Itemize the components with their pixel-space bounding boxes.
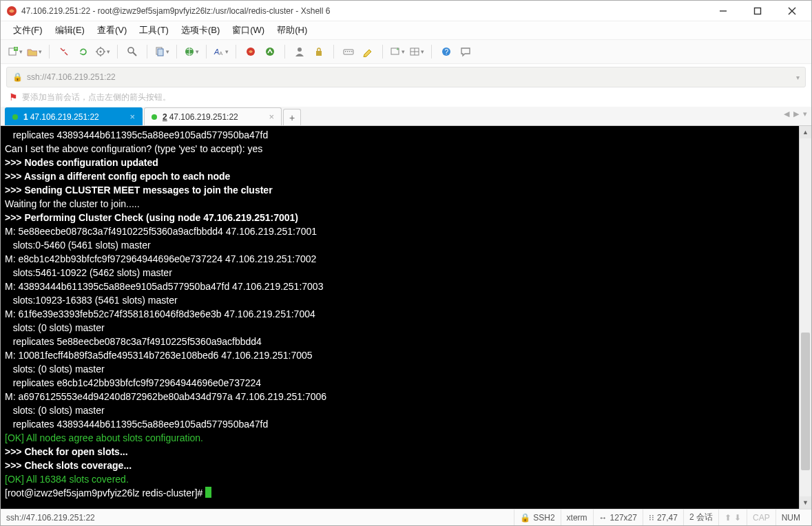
term-line: replicates e8cb1c42bb93bfcfc9f9729649446… <box>5 377 261 388</box>
status-cap-text: CAP <box>753 513 770 523</box>
copy-button[interactable] <box>154 44 169 59</box>
layout-button[interactable] <box>409 44 424 59</box>
tab-number: 1 <box>23 112 28 122</box>
term-line: replicates 43893444b611395c5a88ee9105ad5… <box>5 129 268 140</box>
menu-help[interactable]: 帮助(H) <box>277 24 307 36</box>
svg-point-9 <box>100 51 102 53</box>
open-session-button[interactable] <box>27 44 42 59</box>
keyboard-icon[interactable] <box>341 44 356 59</box>
tab-number: 2 <box>163 112 167 122</box>
new-tab-button[interactable]: + <box>283 109 301 125</box>
term-line: >>> Check slots coverage... <box>5 460 132 471</box>
close-button[interactable] <box>782 4 802 18</box>
term-line: >>> Performing Cluster Check (using node… <box>5 212 298 223</box>
layout-add-button[interactable]: + <box>390 44 405 59</box>
window-title: 47.106.219.251:22 - root@izwz9ef5sjam9pv… <box>21 6 714 16</box>
svg-text:A: A <box>219 50 223 56</box>
term-line: replicates 43893444b611395c5a88ee9105ad5… <box>5 419 268 430</box>
toolbar-separator-9 <box>382 45 383 59</box>
menu-view[interactable]: 查看(V) <box>97 24 127 36</box>
menu-window[interactable]: 窗口(W) <box>232 24 264 36</box>
status-pos: ⁝⁝27,47 <box>643 509 683 525</box>
status-num: NUM <box>775 509 806 525</box>
scroll-down-icon[interactable]: ▼ <box>800 496 811 509</box>
globe-button[interactable] <box>184 44 199 59</box>
address-dropdown-icon[interactable]: ▾ <box>796 74 800 81</box>
tab-strip: 1 47.106.219.251:22 × 2 47.106.219.251:2… <box>1 107 811 126</box>
term-line: replicates 5e88eecbe0878c3a7f4910225f536… <box>5 336 262 347</box>
tab-close-icon[interactable]: × <box>129 112 135 122</box>
hint-bar: ⚑ 要添加当前会话，点击左侧的箭头按钮。 <box>1 87 811 107</box>
menu-bar: 文件(F) 编辑(E) 查看(V) 工具(T) 选项卡(B) 窗口(W) 帮助(… <box>1 21 811 39</box>
address-bar[interactable]: 🔒 ssh://47.106.219.251:22 ▾ <box>6 67 806 87</box>
comment-icon[interactable] <box>458 44 473 59</box>
term-line: [OK] All 16384 slots covered. <box>5 474 129 485</box>
status-ssh: 🔒SSH2 <box>514 509 560 525</box>
svg-rect-29 <box>351 51 353 52</box>
term-line: M: a6976125553e4d94240d872962be80ab434d7… <box>5 391 326 402</box>
term-line: Can I set the above configuration? (type… <box>5 143 262 154</box>
status-address-text: ssh://47.106.219.251:22 <box>6 513 95 523</box>
lock-icon[interactable] <box>311 44 326 59</box>
tab-list-icon[interactable]: ▾ <box>803 109 807 118</box>
highlight-icon[interactable] <box>360 44 375 59</box>
svg-line-15 <box>133 52 136 56</box>
menu-tools[interactable]: 工具(T) <box>139 24 169 36</box>
svg-rect-17 <box>158 49 163 56</box>
term-line: >>> Check for open slots... <box>5 446 128 457</box>
tab-next-icon[interactable]: ▶ <box>793 109 799 118</box>
svg-rect-27 <box>347 51 348 52</box>
scroll-up-icon[interactable]: ▲ <box>800 126 811 138</box>
menu-edit[interactable]: 编辑(E) <box>55 24 85 36</box>
up-icon: ⬆ <box>725 513 731 523</box>
svg-point-23 <box>298 48 302 52</box>
xftp-button[interactable] <box>262 44 278 59</box>
toolbar-separator-8 <box>333 45 334 59</box>
term-line: slots:0-5460 (5461 slots) master <box>5 240 151 251</box>
terminal[interactable]: replicates 43893444b611395c5a88ee9105ad5… <box>1 126 799 509</box>
new-session-button[interactable]: + <box>8 44 23 59</box>
maximize-button[interactable] <box>748 4 767 18</box>
term-line: >>> Nodes configuration updated <box>5 157 158 168</box>
user-icon[interactable] <box>292 44 307 59</box>
terminal-wrap: replicates 43893444b611395c5a88ee9105ad5… <box>1 126 811 509</box>
term-line: slots:10923-16383 (5461 slots) master <box>5 295 178 306</box>
hint-flag-icon: ⚑ <box>9 92 18 103</box>
font-button[interactable]: AA <box>214 44 229 59</box>
menu-tabs[interactable]: 选项卡(B) <box>181 24 220 36</box>
tab-close-icon[interactable]: × <box>269 112 274 122</box>
svg-text:?: ? <box>445 48 449 56</box>
status-address: ssh://47.106.219.251:22 <box>6 509 101 525</box>
term-line: slots: (0 slots) master <box>5 405 105 416</box>
reconnect-button[interactable] <box>76 44 91 59</box>
cursor-icon <box>205 487 211 498</box>
svg-text:+: + <box>396 46 399 52</box>
term-line: M: 10081fecff4b89f3a5dfe495314b7263e108b… <box>5 350 313 361</box>
toolbar-separator-10 <box>431 45 432 59</box>
session-tab-1[interactable]: 1 47.106.219.251:22 × <box>5 107 143 125</box>
toolbar-separator-3 <box>147 45 147 59</box>
status-dot-icon <box>152 114 157 120</box>
tab-prev-icon[interactable]: ◀ <box>784 109 789 118</box>
term-line: >>> Sending CLUSTER MEET messages to joi… <box>5 185 273 196</box>
scrollbar[interactable]: ▲ ▼ <box>799 126 811 509</box>
session-tab-2[interactable]: 2 47.106.219.251:22 × <box>144 107 282 125</box>
term-line: Waiting for the cluster to join..... <box>5 198 140 209</box>
properties-button[interactable] <box>95 44 110 59</box>
scroll-thumb[interactable] <box>801 333 810 470</box>
xshell-button[interactable] <box>243 44 258 59</box>
hint-text: 要添加当前会话，点击左侧的箭头按钮。 <box>22 92 171 103</box>
search-button[interactable] <box>125 44 140 59</box>
disconnect-button[interactable] <box>56 44 72 59</box>
status-pos-text: 27,47 <box>657 513 678 523</box>
term-line: [OK] All nodes agree about slots configu… <box>5 432 203 443</box>
svg-rect-28 <box>349 51 351 52</box>
help-button[interactable]: ? <box>439 44 454 59</box>
term-line: M: 43893444b611395c5a88ee9105ad577950ba4… <box>5 281 323 292</box>
term-line: slots: (0 slots) master <box>5 364 105 375</box>
minimize-button[interactable] <box>714 4 733 18</box>
lock-icon: 🔒 <box>520 513 530 523</box>
menu-file[interactable]: 文件(F) <box>13 24 43 36</box>
svg-rect-2 <box>755 8 761 14</box>
down-icon: ⬇ <box>734 513 741 523</box>
